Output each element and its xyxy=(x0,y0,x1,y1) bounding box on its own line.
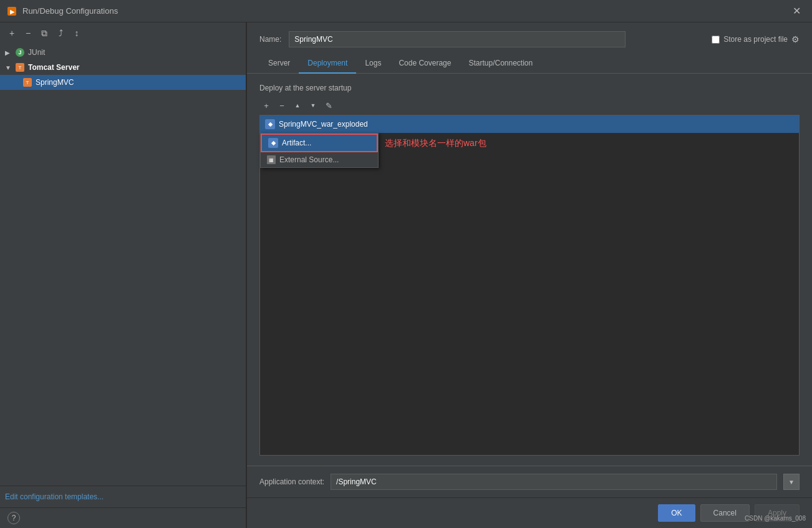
dropdown-artifact-item[interactable]: ◆ Artifact... xyxy=(261,134,378,152)
app-context-dropdown-arrow[interactable]: ▼ xyxy=(783,474,800,490)
deployed-artifact-row[interactable]: ◆ SpringMVC_war_exploded xyxy=(260,115,799,133)
deploy-down-button[interactable]: ▼ xyxy=(306,99,320,112)
deploy-remove-button[interactable]: − xyxy=(275,99,289,112)
tomcat-chevron: ▼ xyxy=(5,64,15,71)
gear-icon[interactable]: ⚙ xyxy=(791,34,800,44)
dialog-title: Run/Debug Configurations xyxy=(22,6,788,16)
app-context-input[interactable] xyxy=(331,474,777,490)
store-checkbox-area: Store as project file ⚙ xyxy=(712,34,800,44)
tree-toolbar: + − ⧉ ⤴ ↕ xyxy=(0,22,246,44)
tree-item-junit[interactable]: ▶ J JUnit xyxy=(0,45,246,60)
junit-label: JUnit xyxy=(28,48,45,57)
name-row: Name: Store as project file ⚙ xyxy=(247,22,812,54)
deployed-artifact-label: SpringMVC_war_exploded xyxy=(279,120,368,129)
right-panel: Name: Store as project file ⚙ Server Dep… xyxy=(247,22,812,528)
edit-templates-link[interactable]: Edit configuration templates... xyxy=(5,492,104,501)
left-panel-footer: Edit configuration templates... xyxy=(0,486,246,507)
deploy-toolbar: + − ▲ ▼ ✎ xyxy=(259,99,800,112)
add-dropdown-menu: ◆ Artifact... ▦ External Source... xyxy=(260,133,379,168)
tab-deployment[interactable]: Deployment xyxy=(299,54,356,74)
dropdown-external-item[interactable]: ▦ External Source... xyxy=(261,152,378,167)
name-input[interactable] xyxy=(289,31,626,47)
move-config-button[interactable]: ⤴ xyxy=(54,26,67,40)
tree-item-tomcat[interactable]: ▼ T Tomcat Server xyxy=(0,60,246,75)
springmvc-label: SpringMVC xyxy=(36,78,74,87)
close-button[interactable]: ✕ xyxy=(788,2,806,19)
svg-text:▶: ▶ xyxy=(10,9,15,15)
deploy-edit-button[interactable]: ✎ xyxy=(322,99,336,112)
dropdown-external-label: External Source... xyxy=(279,155,339,164)
tab-logs[interactable]: Logs xyxy=(356,54,390,74)
dropdown-external-icon: ▦ xyxy=(267,155,276,164)
tab-startup-connection[interactable]: Startup/Connection xyxy=(460,54,541,74)
app-icon: ▶ xyxy=(6,6,17,17)
remove-config-button[interactable]: − xyxy=(21,26,35,40)
dropdown-artifact-icon: ◆ xyxy=(268,138,278,148)
annotation-text: 选择和模块名一样的war包 xyxy=(385,138,486,148)
store-label: Store as project file xyxy=(723,35,788,44)
config-tree: ▶ J JUnit ▼ T Tomcat Server T SpringMVC xyxy=(0,44,246,486)
deploy-list: ◆ SpringMVC_war_exploded ◆ Artifact... ▦… xyxy=(259,115,800,456)
junit-icon: J xyxy=(15,47,25,57)
dropdown-artifact-label: Artifact... xyxy=(282,139,311,147)
tab-server[interactable]: Server xyxy=(259,54,299,74)
add-config-button[interactable]: + xyxy=(5,26,19,40)
main-content: + − ⧉ ⤴ ↕ ▶ J JUnit ▼ T Tomcat Serv xyxy=(0,22,812,528)
store-checkbox[interactable] xyxy=(712,36,720,44)
deploy-add-button[interactable]: + xyxy=(259,99,273,112)
tomcat-label: Tomcat Server xyxy=(28,63,79,72)
tab-code-coverage[interactable]: Code Coverage xyxy=(390,54,460,74)
deploy-up-button[interactable]: ▲ xyxy=(291,99,304,112)
junit-chevron: ▶ xyxy=(5,49,15,56)
apply-button[interactable]: Apply xyxy=(755,504,800,522)
action-bar: OK Cancel Apply xyxy=(247,497,812,528)
sort-config-button[interactable]: ↕ xyxy=(70,26,84,40)
left-panel: + − ⧉ ⤴ ↕ ▶ J JUnit ▼ T Tomcat Serv xyxy=(0,22,246,528)
annotation-overlay: 选择和模块名一样的war包 xyxy=(385,138,486,149)
ok-button[interactable]: OK xyxy=(658,504,695,522)
title-bar: ▶ Run/Debug Configurations ✕ xyxy=(0,0,812,22)
tabs-bar: Server Deployment Logs Code Coverage Sta… xyxy=(247,54,812,74)
left-panel-bottom: ? xyxy=(0,507,246,528)
app-context-label: Application context: xyxy=(259,477,324,486)
deploy-label: Deploy at the server startup xyxy=(259,84,800,92)
copy-config-button[interactable]: ⧉ xyxy=(37,26,51,40)
tree-item-springmvc[interactable]: T SpringMVC xyxy=(0,75,246,90)
help-button[interactable]: ? xyxy=(7,512,20,524)
app-context-row: Application context: ▼ xyxy=(247,466,812,497)
tomcat-group-icon: T xyxy=(15,62,25,72)
deployment-tab-content: Deploy at the server startup + − ▲ ▼ ✎ ◆… xyxy=(247,74,812,466)
cancel-button[interactable]: Cancel xyxy=(700,504,750,522)
name-label: Name: xyxy=(259,35,281,44)
artifact-icon: ◆ xyxy=(265,119,275,129)
springmvc-icon: T xyxy=(22,77,32,87)
